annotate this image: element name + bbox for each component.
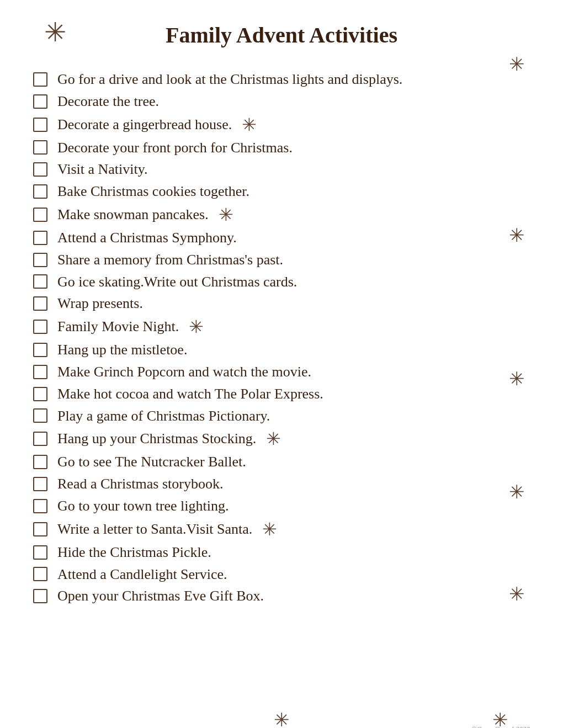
list-item: Hide the Christmas Pickle.	[33, 543, 541, 562]
list-item: Write a letter to Santa.Visit Santa.✳	[33, 519, 541, 540]
item-text-17: Go to see The Nutcracker Ballet.	[57, 453, 246, 471]
inline-snowflake-16-icon: ✳	[266, 428, 281, 449]
item-text-13: Make Grinch Popcorn and watch the movie.	[57, 363, 311, 381]
checkbox-11[interactable]	[33, 320, 47, 334]
checkbox-10[interactable]	[33, 296, 47, 311]
checkbox-1[interactable]	[33, 94, 47, 109]
item-text-21: Hide the Christmas Pickle.	[57, 543, 211, 562]
item-text-20: Write a letter to Santa.Visit Santa.	[57, 520, 252, 539]
page-container: ✳ Family Advent Activities ✳ Go for a dr…	[22, 11, 541, 728]
checkbox-7[interactable]	[33, 231, 47, 245]
checkbox-6[interactable]	[33, 208, 47, 222]
header-snowflake-left-icon: ✳	[44, 17, 66, 47]
deco-snowflake-2-icon: ✳	[509, 226, 524, 245]
checkbox-13[interactable]	[33, 365, 47, 379]
list-item: Visit a Nativity.	[33, 160, 541, 179]
list-item: Share a memory from Christmas's past.	[33, 251, 541, 269]
item-text-23: Open your Christmas Eve Gift Box.	[57, 587, 264, 605]
footer-snowflake-center-icon: ✳	[274, 709, 289, 728]
list-item: Family Movie Night.✳	[33, 316, 541, 337]
item-text-3: Decorate your front porch for Christmas.	[57, 139, 293, 157]
checkbox-4[interactable]	[33, 162, 47, 177]
checkbox-2[interactable]	[33, 118, 47, 132]
item-text-19: Go to your town tree lighting.	[57, 497, 229, 516]
item-text-22: Attend a Candlelight Service.	[57, 565, 227, 584]
list-item: Bake Christmas cookies together.	[33, 182, 541, 201]
item-text-2: Decorate a gingerbread house.	[57, 115, 232, 134]
item-text-8: Share a memory from Christmas's past.	[57, 251, 283, 269]
checkbox-14[interactable]	[33, 387, 47, 401]
item-text-12: Hang up the mistletoe.	[57, 341, 187, 359]
list-item: Go for a drive and look at the Christmas…	[33, 70, 541, 89]
item-text-10: Wrap presents.	[57, 294, 143, 313]
inline-snowflake-11-icon: ✳	[189, 316, 204, 337]
item-text-4: Visit a Nativity.	[57, 160, 148, 179]
item-text-0: Go for a drive and look at the Christmas…	[57, 70, 402, 89]
checkbox-23[interactable]	[33, 589, 47, 603]
list-item: Make hot cocoa and watch The Polar Expre…	[33, 385, 541, 403]
list-item: Read a Christmas storybook.	[33, 475, 541, 493]
checkbox-17[interactable]	[33, 455, 47, 469]
list-item: Make Grinch Popcorn and watch the movie.	[33, 363, 541, 381]
inline-snowflake-2-icon: ✳	[242, 114, 257, 135]
checkbox-3[interactable]	[33, 140, 47, 155]
footer-copyright: ©Geez, Gwen! 2020	[471, 725, 530, 728]
checkbox-8[interactable]	[33, 253, 47, 267]
item-text-18: Read a Christmas storybook.	[57, 475, 223, 493]
list-item: Play a game of Christmas Pictionary.	[33, 407, 541, 426]
checkbox-18[interactable]	[33, 477, 47, 491]
list-item: Hang up the mistletoe.	[33, 341, 541, 359]
item-text-6: Make snowman pancakes.	[57, 205, 209, 224]
item-text-1: Decorate the tree.	[57, 92, 159, 111]
checkbox-20[interactable]	[33, 522, 47, 536]
deco-snowflake-3-icon: ✳	[509, 370, 524, 389]
list-item: Go to see The Nutcracker Ballet.	[33, 453, 541, 471]
checkbox-16[interactable]	[33, 432, 47, 446]
list-item: Decorate a gingerbread house.✳	[33, 114, 541, 135]
checkbox-15[interactable]	[33, 408, 47, 423]
inline-snowflake-6-icon: ✳	[219, 204, 233, 225]
page-title: Family Advent Activities	[166, 22, 397, 48]
list-item: Go to your town tree lighting.	[33, 497, 541, 516]
checkbox-0[interactable]	[33, 72, 47, 87]
item-text-9: Go ice skating.Write out Christmas cards…	[57, 273, 297, 291]
list-item: Hang up your Christmas Stocking.✳	[33, 428, 541, 449]
checkbox-22[interactable]	[33, 567, 47, 581]
header: ✳ Family Advent Activities	[22, 11, 541, 54]
list-item: Open your Christmas Eve Gift Box.	[33, 587, 541, 605]
item-text-15: Play a game of Christmas Pictionary.	[57, 407, 270, 426]
list-item: Attend a Candlelight Service.	[33, 565, 541, 584]
list-item: Decorate your front porch for Christmas.	[33, 139, 541, 157]
checklist: Go for a drive and look at the Christmas…	[22, 70, 541, 605]
list-item: Decorate the tree.	[33, 92, 541, 111]
checkbox-21[interactable]	[33, 545, 47, 560]
item-text-11: Family Movie Night.	[57, 317, 179, 336]
checkbox-5[interactable]	[33, 184, 47, 199]
item-text-5: Bake Christmas cookies together.	[57, 182, 249, 201]
deco-snowflake-5-icon: ✳	[509, 585, 524, 604]
list-item: Wrap presents.	[33, 294, 541, 313]
deco-snowflake-4-icon: ✳	[509, 483, 524, 502]
item-text-14: Make hot cocoa and watch The Polar Expre…	[57, 385, 323, 403]
item-text-7: Attend a Christmas Symphony.	[57, 229, 237, 247]
checkbox-19[interactable]	[33, 499, 47, 513]
checkbox-12[interactable]	[33, 343, 47, 357]
item-text-16: Hang up your Christmas Stocking.	[57, 429, 256, 448]
list-item: Go ice skating.Write out Christmas cards…	[33, 273, 541, 291]
list-item: Make snowman pancakes.✳	[33, 204, 541, 225]
list-item: Attend a Christmas Symphony.	[33, 229, 541, 247]
checkbox-9[interactable]	[33, 274, 47, 289]
inline-snowflake-20-icon: ✳	[262, 519, 277, 540]
